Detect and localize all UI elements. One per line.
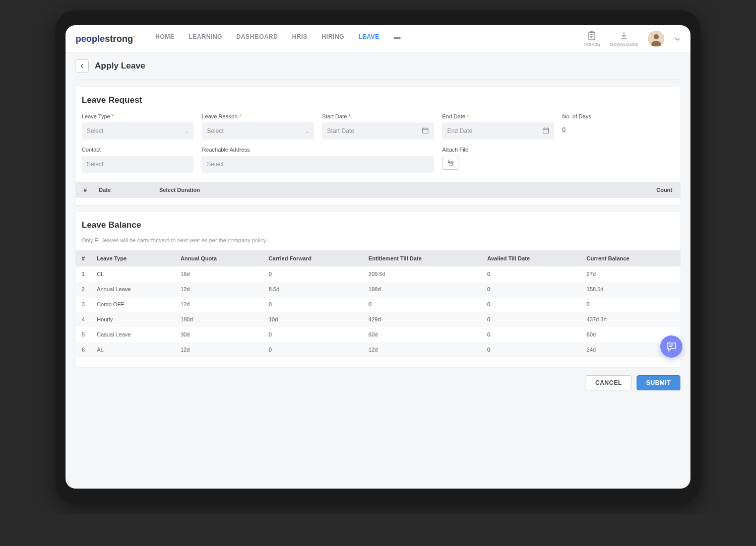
- clipboard-icon: [587, 30, 596, 41]
- table-row: 4Hourly180d10d429d0437d 3h: [76, 312, 680, 327]
- brand-part1: people: [76, 34, 105, 44]
- downloads-label: DOWNLOADS: [610, 42, 638, 47]
- col-hash: #: [84, 187, 99, 193]
- leave-type-select[interactable]: Select ⌵: [82, 122, 194, 140]
- balance-col-header: Availed Till Date: [481, 250, 581, 266]
- balance-col-header: Entitlement Till Date: [362, 250, 481, 266]
- user-avatar[interactable]: [648, 31, 664, 47]
- chat-fab[interactable]: [660, 335, 682, 358]
- start-date-label: Start Date: [322, 113, 347, 119]
- cancel-button[interactable]: CANCEL: [586, 375, 632, 390]
- no-of-days-field: No. of Days 0: [562, 113, 674, 140]
- calendar-icon: [542, 127, 549, 135]
- end-date-input[interactable]: [442, 122, 554, 140]
- end-date-label: End Date: [442, 113, 465, 119]
- attach-file-field: Attach File: [442, 147, 554, 173]
- contact-input[interactable]: [82, 156, 194, 173]
- leave-balance-card: Leave Balance Only EL leaves will be car…: [76, 212, 680, 367]
- required-mark: *: [239, 113, 241, 119]
- tasks-label: TASK(S): [584, 42, 600, 47]
- start-date-input[interactable]: [322, 122, 434, 140]
- nav-item-learning[interactable]: LEARNING: [188, 33, 222, 44]
- nav-item-leave[interactable]: LEAVE: [358, 33, 380, 44]
- svg-rect-9: [423, 128, 428, 133]
- col-select-duration: Select Duration: [159, 187, 642, 193]
- table-row: 5Casual Leave30d060d060d: [76, 327, 680, 342]
- nav-item-dashboard[interactable]: DASHBOARD: [236, 33, 278, 44]
- tasks-button[interactable]: TASK(S): [584, 30, 600, 47]
- download-icon: [619, 30, 628, 41]
- page-header: Apply Leave: [76, 52, 680, 80]
- leave-request-card: Leave Request Leave Type * Select ⌵ Leav…: [76, 87, 680, 205]
- table-row: 2Annual Leave12d8.5d198d0158.5d: [76, 282, 680, 297]
- table-row: 3Comp OFF12d0000: [76, 297, 680, 312]
- leave-request-title: Leave Request: [76, 87, 680, 110]
- chevron-down-icon[interactable]: [674, 34, 680, 43]
- required-mark: *: [348, 113, 350, 119]
- end-date-field: End Date *: [442, 113, 554, 140]
- required-mark: *: [112, 113, 114, 119]
- form-actions: CANCEL SUBMIT: [76, 367, 680, 398]
- balance-col-header: #: [76, 250, 91, 266]
- balance-col-header: Leave Type: [91, 250, 174, 266]
- attach-file-button[interactable]: [442, 156, 459, 170]
- leave-balance-note: Only EL leaves will be carry forward to …: [76, 235, 680, 250]
- paperclip-icon: [447, 160, 455, 166]
- leave-reason-label: Leave Reason: [202, 113, 237, 119]
- back-button[interactable]: [76, 59, 89, 73]
- contact-field: Contact: [82, 147, 194, 173]
- table-row: 1CL18d0209.5d027d: [76, 266, 680, 282]
- main-nav: HOMELEARNINGDASHBOARDHRISHIRINGLEAVE•••: [155, 33, 583, 44]
- chevron-down-icon: ⌵: [306, 128, 309, 134]
- top-bar: peoplestrong▪ HOMELEARNINGDASHBOARDHRISH…: [66, 25, 690, 52]
- attach-file-label: Attach File: [442, 147, 554, 153]
- no-of-days-label: No. of Days: [562, 113, 674, 119]
- required-mark: *: [467, 113, 469, 119]
- nav-item-hris[interactable]: HRIS: [292, 33, 307, 44]
- calendar-icon: [422, 127, 429, 135]
- leave-reason-select[interactable]: Select ⌵: [202, 122, 313, 140]
- balance-col-header: Current Balance: [581, 250, 680, 266]
- chevron-down-icon: ⌵: [185, 128, 188, 134]
- nav-item-hiring[interactable]: HIRING: [322, 33, 344, 44]
- submit-button[interactable]: SUBMIT: [637, 375, 680, 390]
- reachable-address-label: Reachable Address: [202, 147, 434, 153]
- no-of-days-value: 0: [562, 122, 674, 133]
- brand-mark-icon: ▪: [133, 33, 135, 40]
- svg-rect-13: [543, 128, 548, 133]
- brand-part2: strong: [105, 34, 133, 44]
- chat-icon: [666, 341, 677, 352]
- start-date-field: Start Date *: [322, 113, 434, 140]
- brand-logo: peoplestrong▪: [76, 33, 135, 44]
- nav-item-home[interactable]: HOME: [155, 33, 174, 44]
- table-row: 6AL12d012d024d: [76, 342, 680, 357]
- contact-label: Contact: [82, 147, 194, 153]
- leave-type-label: Leave Type: [82, 113, 110, 119]
- leave-balance-title: Leave Balance: [76, 212, 680, 235]
- col-date: Date: [99, 187, 159, 193]
- svg-point-8: [654, 34, 659, 39]
- leave-balance-table: #Leave TypeAnnual QuotaCarried ForwardEn…: [76, 250, 680, 357]
- leave-reason-field: Leave Reason * Select ⌵: [202, 113, 313, 140]
- duration-table-header: # Date Select Duration Count: [76, 182, 680, 198]
- reachable-address-input[interactable]: [202, 156, 434, 173]
- nav-more-icon[interactable]: •••: [394, 33, 400, 44]
- balance-col-header: Annual Quota: [174, 250, 263, 266]
- col-count: Count: [642, 187, 672, 193]
- reachable-address-field: Reachable Address: [202, 147, 434, 173]
- leave-type-field: Leave Type * Select ⌵: [82, 113, 194, 140]
- page-title: Apply Leave: [95, 61, 145, 71]
- balance-col-header: Carried Forward: [263, 250, 362, 266]
- downloads-button[interactable]: DOWNLOADS: [610, 30, 638, 47]
